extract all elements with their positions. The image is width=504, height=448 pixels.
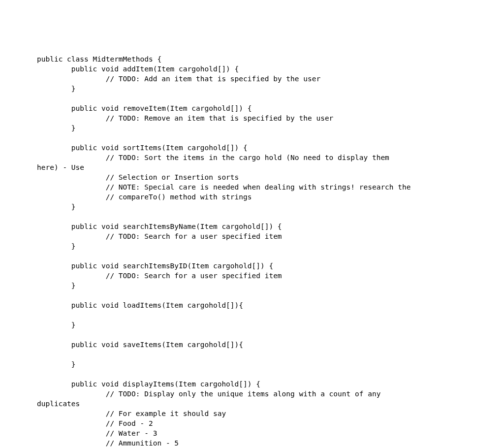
- code-text: public class MidtermMethods { public voi…: [37, 55, 411, 448]
- code-listing: public class MidtermMethods { public voi…: [37, 54, 499, 448]
